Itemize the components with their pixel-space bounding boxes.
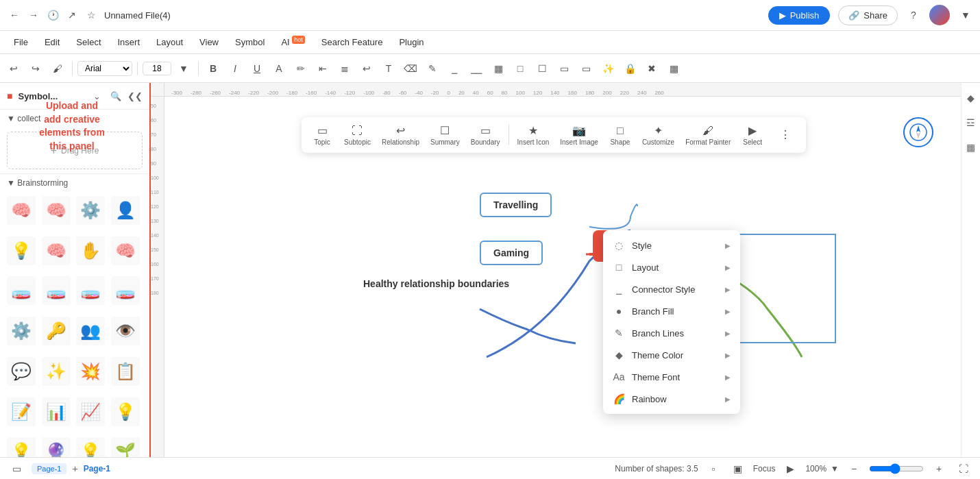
align-center-button[interactable]: ≣	[335, 59, 354, 78]
share-icon[interactable]: ↗	[64, 8, 79, 23]
toolbar-subtopic[interactable]: ⛶ Subtopic	[340, 122, 375, 149]
layers-icon[interactable]: ▫	[704, 459, 723, 478]
ctx-branch-fill[interactable]: ● Branch Fill ▶	[603, 300, 740, 322]
list-item[interactable]: 📊	[42, 397, 71, 426]
travelling-node[interactable]: Travelling	[480, 193, 552, 217]
menu-search-feature[interactable]: Search Feature	[315, 34, 390, 50]
relationship-node[interactable]: Healthy relationship boundaries	[363, 278, 509, 289]
align-left-button[interactable]: ⇤	[313, 59, 332, 78]
italic-button[interactable]: I	[225, 59, 245, 78]
menu-select[interactable]: Select	[69, 34, 108, 50]
toolbar-boundary[interactable]: ▭ Boundary	[467, 121, 504, 149]
border-style-button[interactable]: ▦	[489, 59, 508, 78]
collect-toggle[interactable]: ▼ collect	[7, 114, 40, 123]
list-item[interactable]: 📈	[76, 397, 105, 426]
right-panel-grid-icon[interactable]: ▦	[963, 139, 979, 156]
bold-button[interactable]: B	[204, 59, 223, 78]
list-item[interactable]: 📝	[7, 397, 36, 426]
toolbar-shape[interactable]: □ Shape	[605, 122, 635, 149]
sidebar-close-icon[interactable]: ❮❮	[127, 88, 143, 103]
toolbar-customize[interactable]: ✦ Customize	[638, 121, 678, 149]
share-button[interactable]: 🔗 Share	[838, 5, 898, 25]
effects-button[interactable]: ✨	[598, 59, 617, 78]
ctx-style[interactable]: ◌ Style ▶	[603, 234, 740, 256]
list-item[interactable]: 🧫	[111, 276, 140, 305]
star-icon[interactable]: ☆	[84, 8, 99, 23]
focus-icon[interactable]: ▣	[728, 459, 748, 478]
list-item[interactable]: 👥	[76, 317, 105, 345]
ctx-branch-lines[interactable]: ✎ Branch Lines ▶	[603, 322, 740, 344]
history-icon[interactable]: 🕐	[45, 8, 60, 23]
ctx-connector-style[interactable]: ⎯ Connector Style ▶	[603, 278, 740, 300]
menu-symbol[interactable]: Symbol	[228, 34, 271, 50]
avatar[interactable]	[929, 5, 950, 25]
menu-file[interactable]: File	[7, 34, 35, 50]
toolbar-insert-image[interactable]: 📷 Insert Image	[556, 121, 602, 149]
right-panel-style-icon[interactable]: ◆	[963, 90, 979, 106]
list-item[interactable]: 💡	[111, 397, 140, 426]
undo-button[interactable]: ↩	[4, 59, 23, 78]
compass[interactable]	[903, 117, 933, 147]
forward-icon[interactable]: →	[26, 8, 41, 23]
eraser-button[interactable]: ⌫	[401, 59, 420, 78]
back-icon[interactable]: ←	[7, 8, 22, 23]
brainstorm-toggle[interactable]: ▼ Brainstorming	[7, 178, 68, 188]
list-item[interactable]: 📋	[111, 357, 140, 386]
toolbar-summary[interactable]: ☐ Summary	[426, 121, 464, 149]
font-color-button[interactable]: A	[269, 59, 289, 78]
ctx-layout[interactable]: □ Layout ▶	[603, 256, 740, 278]
ctx-theme-font[interactable]: Aa Theme Font ▶	[603, 366, 740, 388]
list-item[interactable]: ⚙️	[7, 317, 36, 345]
redo-button[interactable]: ↪	[26, 59, 45, 78]
toolbar-relationship[interactable]: ↩ Relationship	[378, 121, 424, 149]
toolbar-select[interactable]: ▶ Select	[737, 121, 768, 149]
right-panel-layout-icon[interactable]: ☲	[963, 114, 979, 131]
shape-button[interactable]: □	[511, 59, 530, 78]
list-item[interactable]: 👤	[111, 196, 140, 225]
canvas-area[interactable]: -300 -280 -260 -240 -220 -200 -180 -160 …	[151, 83, 961, 479]
list-item[interactable]: 🧫	[76, 276, 105, 305]
shadow-button[interactable]: ☐	[532, 59, 552, 78]
zoom-out-icon[interactable]: −	[844, 459, 863, 478]
list-item[interactable]: 🧠	[7, 196, 36, 225]
toolbar-more[interactable]: ⋮	[770, 125, 800, 145]
list-item[interactable]: 👁️	[111, 317, 140, 345]
menu-ai[interactable]: AI hot	[274, 34, 311, 50]
dropdown-icon[interactable]: ▼	[958, 8, 973, 23]
fullscreen-icon[interactable]: ⛶	[954, 459, 973, 478]
format-text-button[interactable]: T	[379, 59, 398, 78]
ungroup-button[interactable]: ▭	[576, 59, 596, 78]
lock-button[interactable]: 🔒	[620, 59, 639, 78]
sidebar-collapse-icon[interactable]: ⌄	[89, 88, 104, 103]
list-item[interactable]: 💬	[7, 357, 36, 386]
list-item[interactable]: 🧫	[42, 276, 71, 305]
list-item[interactable]: ✋	[76, 236, 105, 265]
status-layout-icon[interactable]: ▭	[7, 459, 26, 478]
page-tab[interactable]: Page-1	[32, 463, 66, 474]
highlight-button[interactable]: ✏	[291, 59, 310, 78]
underline-button[interactable]: U	[247, 59, 267, 78]
list-item[interactable]: 💥	[76, 357, 105, 386]
menu-insert[interactable]: Insert	[111, 34, 147, 50]
menu-view[interactable]: View	[193, 34, 225, 50]
play-icon[interactable]: ▶	[781, 459, 800, 478]
list-item[interactable]: 🔑	[42, 317, 71, 345]
toolbar-insert-icon[interactable]: ★ Insert Icon	[513, 121, 554, 149]
active-page-label[interactable]: Page-1	[84, 464, 110, 474]
grid-button[interactable]: ▦	[664, 59, 683, 78]
font-size-dropdown[interactable]: ▼	[174, 59, 193, 78]
text-wrap-button[interactable]: ↩	[357, 59, 376, 78]
gaming-node[interactable]: Gaming	[480, 241, 543, 265]
line-type-button[interactable]: ⎯⎯	[467, 59, 486, 78]
group-button[interactable]: ▭	[554, 59, 574, 78]
font-family-select[interactable]: Arial	[77, 61, 132, 76]
help-icon[interactable]: ?	[906, 8, 921, 23]
menu-layout[interactable]: Layout	[149, 34, 190, 50]
font-size-input[interactable]	[143, 62, 171, 75]
toolbar-format-painter[interactable]: 🖌 Format Painter	[681, 122, 735, 149]
list-item[interactable]: ✨	[42, 357, 71, 386]
add-page-button[interactable]: +	[72, 463, 77, 474]
sidebar-search-icon[interactable]: 🔍	[108, 88, 123, 103]
ctx-theme-color[interactable]: ◆ Theme Color ▶	[603, 344, 740, 366]
drag-drop-area[interactable]: + Drag Here	[7, 132, 143, 169]
